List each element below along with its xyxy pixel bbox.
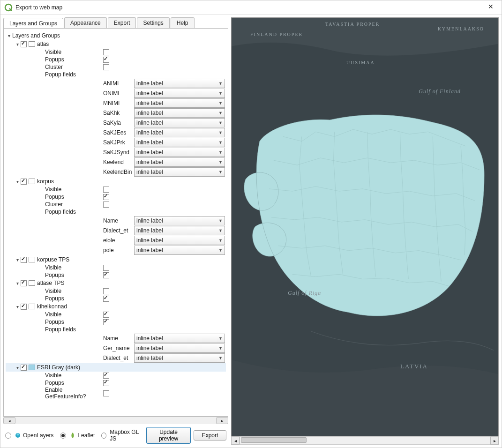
tab-settings[interactable]: Settings [137, 17, 169, 28]
layer-checkbox-esri-gray-dark[interactable] [21, 365, 27, 371]
chevron-down-icon: ▼ [218, 228, 223, 233]
layer-name[interactable]: atlas [37, 41, 49, 47]
chevron-down-icon: ▼ [218, 218, 223, 223]
field-dropdown[interactable]: inline label▼ [134, 353, 225, 363]
chevron-down-icon: ▼ [218, 160, 223, 164]
prop-checkbox-popups[interactable] [103, 380, 109, 386]
scroll-left-icon[interactable]: ◂ [3, 417, 15, 424]
expander-icon[interactable]: ▾ [14, 256, 21, 263]
field-name: KeelendBin [103, 169, 134, 175]
layer-checkbox-kihelkonnad[interactable] [21, 304, 27, 310]
layer-icon [29, 280, 35, 286]
prop-checkbox-cluster[interactable] [103, 202, 109, 208]
prop-label: Visible [45, 288, 103, 294]
field-dropdown[interactable]: inline label▼ [134, 334, 225, 343]
prop-label: Popup fields [45, 209, 103, 215]
prop-checkbox-visible[interactable] [103, 265, 109, 271]
field-dropdown[interactable]: inline label▼ [134, 138, 225, 147]
field-dropdown[interactable]: inline label▼ [134, 108, 225, 118]
expander-icon[interactable]: ▾ [14, 303, 21, 310]
prop-checkbox-visible[interactable] [103, 49, 109, 55]
field-dropdown[interactable]: inline label▼ [134, 98, 225, 108]
map-label: TAVASTIA PROPER [325, 22, 380, 27]
panel-horizontal-scrollbar[interactable]: ◂ ▸ [3, 417, 228, 424]
window-title: Export to web map [15, 4, 484, 11]
layer-checkbox-korpus[interactable] [21, 179, 27, 185]
scroll-right-icon[interactable]: ▸ [490, 436, 499, 445]
layer-name[interactable]: ESRI Gray (dark) [37, 364, 80, 371]
layer-checkbox-korpuse-tps[interactable] [21, 257, 27, 263]
prop-checkbox-visible[interactable] [103, 373, 109, 379]
field-name: Keelend [103, 159, 134, 165]
close-icon[interactable]: ✕ [484, 3, 498, 12]
engine-openlayers[interactable]: OpenLayers [5, 432, 53, 439]
prop-label: Cluster [45, 64, 103, 70]
prop-label: Visible [45, 264, 103, 271]
field-dropdown[interactable]: inline label▼ [134, 236, 225, 245]
field-dropdown[interactable]: inline label▼ [134, 343, 225, 353]
chevron-down-icon: ▼ [218, 356, 223, 360]
chevron-down-icon: ▼ [218, 238, 223, 243]
tab-bar: Layers and Groups Appearance Export Sett… [3, 17, 228, 28]
chevron-down-icon: ▼ [218, 140, 223, 145]
prop-label: Popups [45, 380, 103, 386]
map-preview[interactable]: TAVASTIA PROPER FINLAND PROPER KYMENLAAK… [231, 17, 499, 436]
prop-checkbox-popups[interactable] [103, 296, 109, 302]
expander-icon[interactable]: ▾ [14, 178, 21, 185]
prop-checkbox-visible[interactable] [103, 187, 109, 193]
field-name: SaKJPrk [103, 139, 134, 146]
radio-mapbox[interactable] [101, 433, 106, 439]
field-dropdown[interactable]: inline label▼ [134, 167, 225, 177]
layer-name[interactable]: atlase TPS [37, 280, 64, 286]
field-dropdown[interactable]: inline label▼ [134, 148, 225, 157]
field-dropdown[interactable]: inline label▼ [134, 89, 225, 98]
qgis-icon [4, 3, 13, 12]
leaflet-icon [69, 432, 76, 439]
field-dropdown[interactable]: inline label▼ [134, 128, 225, 137]
field-dropdown[interactable]: inline label▼ [134, 157, 225, 167]
field-dropdown[interactable]: inline label▼ [134, 79, 225, 88]
expander-icon[interactable]: ▾ [14, 364, 21, 371]
prop-checkbox-popups[interactable] [103, 194, 109, 200]
scrollbar-thumb[interactable] [241, 437, 307, 443]
expander-icon[interactable]: ▾ [14, 41, 21, 47]
update-preview-button[interactable]: Update preview [146, 427, 191, 444]
scroll-right-icon[interactable]: ▸ [216, 417, 228, 424]
field-dropdown[interactable]: inline label▼ [134, 216, 225, 225]
tab-export[interactable]: Export [108, 17, 136, 28]
prop-label: Visible [45, 372, 103, 379]
export-button[interactable]: Export [194, 430, 226, 441]
prop-checkbox-visible[interactable] [103, 288, 109, 294]
prop-checkbox-popups[interactable] [103, 319, 109, 325]
scroll-left-icon[interactable]: ◂ [231, 436, 240, 445]
chevron-down-icon: ▼ [218, 81, 223, 86]
prop-label: Popup fields [45, 326, 103, 333]
chevron-down-icon: ▼ [218, 120, 223, 125]
engine-mapbox[interactable]: Mapbox GL JS [101, 429, 140, 442]
chevron-down-icon: ▼ [218, 170, 223, 174]
tab-layers-and-groups[interactable]: Layers and Groups [3, 18, 63, 29]
engine-leaflet[interactable]: Leaflet [60, 432, 95, 439]
engine-label: Mapbox GL JS [110, 429, 140, 442]
field-dropdown[interactable]: inline label▼ [134, 226, 225, 235]
prop-checkbox-popups[interactable] [103, 272, 109, 278]
radio-openlayers[interactable] [5, 433, 11, 439]
prop-checkbox-cluster[interactable] [103, 64, 109, 70]
field-name: SaKJEes [103, 129, 134, 136]
map-horizontal-scrollbar[interactable]: ◂ ▸ [231, 436, 499, 445]
layer-checkbox-atlase-tps[interactable] [21, 280, 27, 286]
expander-icon[interactable]: ▾ [14, 280, 21, 286]
layer-checkbox-atlas[interactable] [21, 41, 27, 47]
radio-leaflet[interactable] [60, 433, 66, 439]
layer-name[interactable]: korpuse TPS [37, 256, 69, 263]
prop-checkbox-popups[interactable] [103, 57, 109, 63]
tab-help[interactable]: Help [171, 17, 195, 28]
layer-name[interactable]: korpus [37, 178, 54, 185]
expander-icon[interactable]: ▾ [6, 32, 12, 39]
field-dropdown[interactable]: inline label▼ [134, 118, 225, 127]
tab-appearance[interactable]: Appearance [64, 17, 107, 28]
prop-checkbox-visible[interactable] [103, 312, 109, 318]
layer-name[interactable]: kihelkonnad [37, 303, 67, 310]
prop-checkbox-getfeatureinfo[interactable] [103, 390, 109, 396]
field-dropdown[interactable]: inline label▼ [134, 246, 225, 255]
